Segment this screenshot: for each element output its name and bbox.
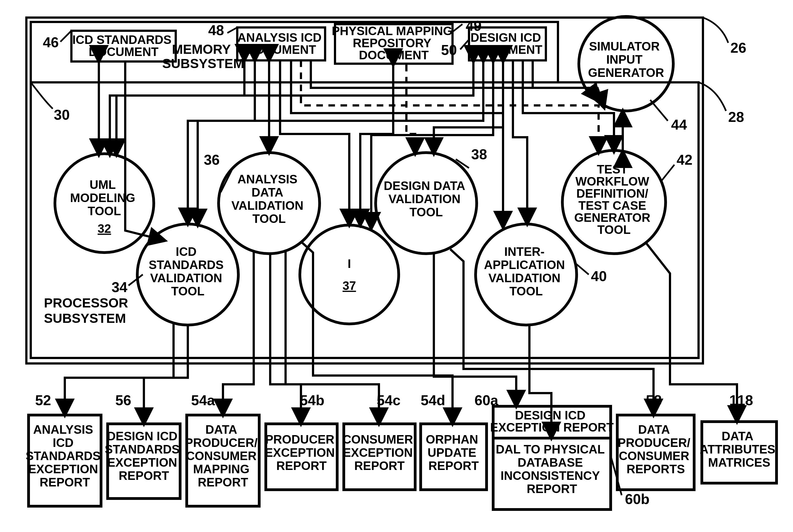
ref-49: 49	[466, 18, 482, 34]
ibar-tool	[300, 225, 399, 324]
icd-standards-validation-tool-label: ICD STANDARDS VALIDATION TOOL	[149, 245, 227, 298]
report-58-label: DATA PRODUCER/ CONSUMER REPORTS	[618, 423, 694, 476]
ref-60a: 60a	[474, 392, 499, 408]
report-54d-label: ORPHAN UPDATE REPORT	[426, 433, 482, 472]
ref-46: 46	[43, 34, 59, 50]
report-54b-label: PRODUCER EXCEPTION REPORT	[265, 433, 338, 472]
report-60b-label: DAL TO PHYSICAL DATABASE INCONSISTENCY R…	[496, 442, 608, 495]
ref-28: 28	[728, 109, 744, 125]
physical-mapping-repo-doc-label: PHYSICAL MAPPING REPOSITORY DOCUMENT	[332, 24, 455, 62]
processor-subsystem-label: PROCESSOR SUBSYSTEM	[44, 296, 132, 326]
ref-34: 34	[112, 279, 127, 295]
ref-40: 40	[591, 268, 607, 284]
report-56-label: DESIGN ICD STANDARDS EXCEPTION REPORT	[105, 429, 183, 482]
report-60a-label: DESIGN ICD EXCEPTION REPORT	[490, 408, 614, 434]
system-diagram: MEMORY SUBSYSTEM PROCESSOR SUBSYSTEM ICD…	[0, 0, 793, 532]
ref-37: 37	[343, 279, 356, 292]
design-icd-document-label: DESIGN ICD DOCUMENT	[471, 31, 545, 56]
ref-118: 118	[729, 392, 753, 408]
ibar-tool-label: I	[347, 257, 351, 270]
ref-42: 42	[677, 152, 693, 168]
uml-modeling-tool-label: UML MODELING TOOL	[70, 178, 138, 218]
ref-26: 26	[730, 40, 746, 56]
report-54c-label: CONSUMER EXCEPTION REPORT	[343, 433, 417, 472]
ref-56: 56	[115, 392, 131, 408]
report-118-label: DATA ATTRIBUTES MATRICES	[700, 429, 779, 469]
icd-standards-document-label: ICD STANDARDS DOCUMENT	[72, 33, 175, 58]
design-data-validation-tool-label: DESIGN DATA VALIDATION TOOL	[384, 179, 469, 219]
ref-36: 36	[204, 152, 220, 168]
ref-48: 48	[208, 22, 224, 38]
ref-54d: 54d	[421, 392, 446, 408]
report-54a-label: DATA PRODUCER/ CONSUMER MAPPING REPORT	[185, 423, 261, 489]
test-workflow-tool-label: TEST WORKFLOW DEFINITION/ TEST CASE GENE…	[574, 163, 654, 236]
report-52-label: ANALYSIS ICD STANDARDS EXCEPTION REPORT	[25, 423, 104, 489]
inter-app-validation-tool-label: INTER- APPLICATION VALIDATION TOOL	[484, 245, 568, 298]
ref-58: 58	[646, 392, 662, 408]
ref-54c: 54c	[377, 392, 401, 408]
ref-52: 52	[35, 392, 51, 408]
ref-38: 38	[471, 146, 487, 162]
ref-54b: 54b	[300, 392, 324, 408]
ref-30: 30	[54, 107, 70, 123]
ref-50: 50	[441, 42, 457, 58]
ref-60b: 60b	[625, 491, 650, 507]
ref-32: 32	[98, 222, 111, 235]
analysis-icd-document-label: ANALYSIS ICD DOCUMENT	[238, 31, 325, 56]
simulator-input-generator-label: SIMULATOR INPUT GENERATOR	[588, 40, 664, 79]
ref-44: 44	[671, 117, 687, 133]
analysis-data-validation-tool-label: ANALYSIS DATA VALIDATION TOOL	[231, 172, 307, 225]
ref-54a: 54a	[191, 392, 215, 408]
